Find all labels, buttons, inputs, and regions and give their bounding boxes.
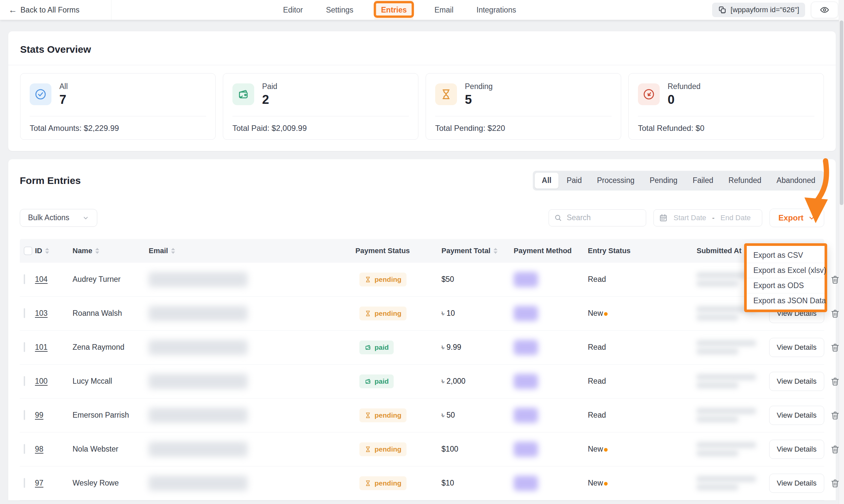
search-box: [549, 209, 646, 227]
select-all-checkbox[interactable]: [24, 247, 32, 255]
view-details-button[interactable]: View Details: [769, 406, 824, 425]
sort-icon[interactable]: [95, 248, 99, 254]
submitted-at-redacted: [697, 340, 769, 354]
entries-toolbar: Bulk Actions: [20, 209, 824, 227]
tab-email[interactable]: Email: [433, 0, 456, 20]
stats-title: Stats Overview: [20, 44, 824, 55]
entry-name: Zena Raymond: [73, 343, 149, 352]
entry-id-link[interactable]: 104: [35, 275, 48, 284]
submitted-at-redacted: [697, 442, 769, 456]
view-details-button[interactable]: View Details: [769, 474, 824, 493]
row-checkbox[interactable]: [24, 478, 25, 488]
filter-tab-refunded[interactable]: Refunded: [722, 173, 769, 188]
entry-id-link[interactable]: 98: [35, 445, 43, 453]
entry-status-text: Read: [588, 275, 606, 284]
row-checkbox[interactable]: [24, 444, 25, 454]
tab-integrations[interactable]: Integrations: [474, 0, 518, 20]
export-menu-item-export-as-json-data[interactable]: Export as JSON Data: [747, 293, 825, 308]
export-button[interactable]: Export: [770, 209, 824, 227]
submitted-at-redacted: [697, 476, 769, 490]
back-label: Back to All Forms: [20, 5, 79, 15]
payment-status-text: pending: [375, 411, 401, 419]
entry-id-link[interactable]: 97: [35, 479, 43, 487]
bulk-actions-dropdown[interactable]: Bulk Actions: [20, 209, 97, 227]
column-email[interactable]: Email: [149, 247, 355, 255]
tab-entries[interactable]: Entries: [375, 0, 413, 20]
export-menu-item-export-as-excel-xlsv-[interactable]: Export as Excel (xlsv): [747, 263, 825, 278]
entries-head: Form Entries AllPaidProcessingPendingFai…: [20, 171, 824, 191]
payment-method-redacted: [514, 442, 538, 457]
export-menu-item-export-as-csv[interactable]: Export as CSV: [747, 248, 825, 263]
entry-status-text: Read: [588, 343, 606, 352]
export-label: Export: [778, 213, 804, 222]
entry-name: Emerson Parrish: [73, 411, 149, 420]
export-menu-item-export-as-ods[interactable]: Export as ODS: [747, 278, 825, 293]
sort-icon[interactable]: [45, 248, 49, 254]
column-payment-total[interactable]: Payment Total: [442, 247, 514, 255]
stat-value: 7: [59, 93, 68, 107]
filter-tab-paid[interactable]: Paid: [560, 173, 589, 188]
view-details-button[interactable]: View Details: [769, 338, 824, 357]
new-entry-dot: [604, 482, 608, 486]
scrollbar-thumb[interactable]: [840, 20, 843, 205]
stat-footer: Total Paid: $2,009.99: [232, 116, 409, 133]
filter-tab-failed[interactable]: Failed: [686, 173, 720, 188]
entry-name: Roanna Walsh: [73, 309, 149, 318]
preview-form-button[interactable]: [811, 2, 838, 18]
row-checkbox[interactable]: [24, 342, 25, 352]
shortcode-copy-pill[interactable]: [wppayform id="626"]: [712, 3, 805, 17]
stat-label: All: [59, 82, 68, 91]
tab-editor[interactable]: Editor: [281, 0, 305, 20]
filter-tab-abandoned[interactable]: Abandoned: [770, 173, 822, 188]
payment-method-redacted: [514, 306, 538, 321]
entry-id-link[interactable]: 99: [35, 411, 43, 419]
page-scrollbar[interactable]: [839, 0, 844, 504]
toolbar-right: Start Date - End Date Export: [549, 209, 824, 227]
stat-card-paid: Paid 2 Total Paid: $2,009.99: [223, 73, 418, 140]
filter-tab-pending[interactable]: Pending: [643, 173, 684, 188]
table-header-row: ID Name Email Payment Status Payment Tot…: [20, 239, 824, 263]
form-entries-card: Form Entries AllPaidProcessingPendingFai…: [8, 159, 836, 500]
column-name[interactable]: Name: [73, 247, 149, 255]
column-payment-status[interactable]: Payment Status: [355, 247, 442, 255]
row-checkbox[interactable]: [24, 376, 25, 386]
payment-status-badge: pending: [359, 273, 407, 286]
tab-settings[interactable]: Settings: [324, 0, 355, 20]
payment-total: ৳ 2,000: [442, 377, 514, 386]
column-payment-method[interactable]: Payment Method: [514, 247, 588, 255]
payment-total: $50: [442, 275, 514, 284]
payment-method-redacted: [514, 340, 538, 355]
search-input[interactable]: [566, 213, 641, 222]
view-details-button[interactable]: View Details: [769, 440, 824, 459]
entry-email-redacted: [149, 340, 248, 355]
sort-icon[interactable]: [493, 248, 498, 254]
entry-id-link[interactable]: 100: [35, 377, 48, 385]
submitted-at-redacted: [697, 374, 769, 388]
shortcode-text: [wppayform id="626"]: [731, 5, 799, 14]
payment-status-text: pending: [375, 479, 401, 487]
row-checkbox[interactable]: [24, 308, 25, 318]
payment-total: $100: [442, 445, 514, 454]
back-to-all-forms-button[interactable]: ← Back to All Forms: [0, 0, 111, 20]
payment-status-badge: pending: [359, 476, 407, 490]
row-checkbox[interactable]: [24, 274, 25, 284]
entry-id-link[interactable]: 103: [35, 309, 48, 318]
column-id[interactable]: ID: [35, 247, 73, 255]
filter-tab-all[interactable]: All: [535, 173, 558, 188]
entry-name: Audrey Turner: [73, 275, 149, 284]
date-range-picker[interactable]: Start Date - End Date: [653, 209, 762, 227]
view-details-button[interactable]: View Details: [769, 372, 824, 391]
filter-tab-processing[interactable]: Processing: [590, 173, 642, 188]
entry-status-text: Read: [588, 411, 606, 419]
payment-total: $10: [442, 479, 514, 487]
entry-email-redacted: [149, 408, 248, 423]
row-checkbox[interactable]: [24, 410, 25, 420]
payment-status-badge: paid: [359, 375, 394, 388]
stat-card-refunded: Refunded 0 Total Refunded: $0: [628, 73, 824, 140]
column-entry-status[interactable]: Entry Status: [588, 247, 697, 255]
entry-status-text: New: [588, 479, 603, 487]
hourglass-icon: [364, 412, 372, 419]
submitted-at-redacted: [697, 408, 769, 422]
sort-icon[interactable]: [171, 248, 175, 254]
entry-id-link[interactable]: 101: [35, 343, 48, 352]
